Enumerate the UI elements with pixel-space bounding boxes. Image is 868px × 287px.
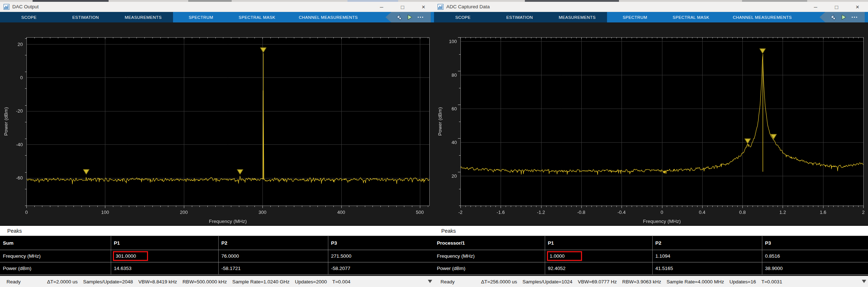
- peaks-source-header: Sum: [0, 236, 111, 250]
- frequency-p3-cell: 0.8516: [762, 250, 868, 262]
- frequency-p1-cell: 1.0000: [545, 250, 652, 262]
- close-button[interactable]: ✕: [413, 2, 434, 12]
- highlighted-value-box: 301.0000: [113, 251, 148, 261]
- titlebar: DAC Output ─ □ ✕: [0, 2, 434, 12]
- status-updates: Updates=16: [729, 279, 756, 284]
- peaks-power-row: Power (dBm) 92.4052 41.5165 38.9000: [434, 262, 868, 275]
- row-label: Power (dBm): [434, 262, 545, 275]
- status-vbw: VBW=8.8419 kHz: [138, 279, 177, 284]
- spectrum-analyzer-app-icon: [4, 4, 9, 10]
- status-delta-t: ΔT=2.0000 us: [47, 279, 77, 284]
- frequency-p2-cell: 76.0000: [218, 250, 328, 262]
- tab-spectral-mask[interactable]: SPECTRAL MASK: [663, 12, 719, 22]
- status-bar: Ready ΔT=2.0000 us Samples/Update=2048 V…: [0, 276, 434, 287]
- peaks-col-p1: P1: [111, 236, 218, 250]
- tab-estimation[interactable]: ESTIMATION: [492, 12, 547, 22]
- window-title: DAC Output: [12, 4, 39, 9]
- tab-measurements[interactable]: MEASUREMENTS: [113, 12, 173, 22]
- peaks-panel-header: Peaks: [0, 225, 434, 236]
- peaks-col-p2: P2: [218, 236, 328, 250]
- more-options-button[interactable]: [418, 17, 424, 18]
- row-label: Frequency (MHz): [434, 250, 545, 262]
- spectrum-plot-dac: [0, 22, 434, 225]
- tab-measurements[interactable]: MEASUREMENTS: [547, 12, 607, 22]
- maximize-button[interactable]: □: [392, 2, 413, 12]
- power-p3-cell: -58.2077: [328, 262, 434, 275]
- peaks-table: Sum P1 P2 P3 Frequency (MHz) 301.0000 76…: [0, 236, 434, 275]
- peak-indicator-icon[interactable]: [862, 280, 866, 283]
- spectrum-canvas-dac[interactable]: [0, 22, 434, 225]
- status-rbw: RBW=500.0000 kHz: [182, 279, 227, 284]
- tab-scope[interactable]: SCOPE: [0, 12, 58, 22]
- toolstrip: SCOPE ESTIMATION MEASUREMENTS SPECTRUM S…: [434, 12, 868, 22]
- status-state: Ready: [441, 279, 481, 284]
- highlighted-value-box: 1.0000: [547, 251, 582, 261]
- peaks-col-p3: P3: [762, 236, 868, 250]
- status-sample-rate: Sample Rate=4.0000 MHz: [667, 279, 724, 284]
- row-label: Power (dBm): [0, 262, 111, 275]
- row-label: Frequency (MHz): [0, 250, 111, 262]
- maximize-button[interactable]: □: [826, 2, 847, 12]
- status-time: T=0.004: [332, 279, 350, 284]
- peaks-table: Processor/1 P1 P2 P3 Frequency (MHz) 1.0…: [434, 236, 868, 275]
- frequency-p1-cell: 301.0000: [111, 250, 218, 262]
- window-adc-captured-data: ADC Captured Data ─ □ ✕ SCOPE ESTIMATION…: [434, 2, 868, 287]
- power-p2-cell: 41.5165: [652, 262, 762, 275]
- power-p1-cell: 92.4052: [545, 262, 652, 275]
- window-controls: ─ □ ✕: [371, 2, 434, 12]
- status-delta-t: ΔT=256.0000 us: [481, 279, 517, 284]
- peaks-col-p3: P3: [328, 236, 434, 250]
- peaks-source-header: Processor/1: [434, 236, 545, 250]
- titlebar: ADC Captured Data ─ □ ✕: [434, 2, 868, 12]
- peak-indicator-icon[interactable]: [428, 280, 432, 283]
- status-updates: Updates=2000: [295, 279, 327, 284]
- status-vbw: VBW=69.0777 Hz: [578, 279, 617, 284]
- tab-channel-measurements[interactable]: CHANNEL MEASUREMENTS: [719, 12, 805, 22]
- tab-spectrum[interactable]: SPECTRUM: [173, 12, 229, 22]
- power-p1-cell: 14.6353: [111, 262, 218, 275]
- status-time: T=0.0031: [761, 279, 782, 284]
- status-sample-rate: Sample Rate=1.0240 GHz: [232, 279, 290, 284]
- run-button[interactable]: [408, 14, 412, 20]
- spectrum-plot-adc: [434, 22, 868, 225]
- peaks-col-p2: P2: [652, 236, 762, 250]
- run-controls: [819, 12, 865, 22]
- peaks-panel-header: Peaks: [434, 225, 868, 236]
- peaks-frequency-row: Frequency (MHz) 1.0000 1.1094 0.8516: [434, 250, 868, 262]
- peaks-panel-title: Peaks: [7, 228, 22, 234]
- run-button[interactable]: [842, 14, 846, 20]
- power-p3-cell: 38.9000: [762, 262, 868, 275]
- step-back-settings-button[interactable]: [830, 14, 836, 20]
- window-controls: ─ □ ✕: [805, 2, 868, 12]
- window-dac-output: DAC Output ─ □ ✕ SCOPE ESTIMATION MEASUR…: [0, 2, 434, 287]
- run-controls: [385, 12, 431, 22]
- minimize-button[interactable]: ─: [371, 2, 392, 12]
- tab-scope[interactable]: SCOPE: [434, 12, 492, 22]
- status-rbw: RBW=3.9063 kHz: [622, 279, 661, 284]
- peaks-frequency-row: Frequency (MHz) 301.0000 76.0000 271.500…: [0, 250, 434, 262]
- toolstrip: SCOPE ESTIMATION MEASUREMENTS SPECTRUM S…: [0, 12, 434, 22]
- status-bar: Ready ΔT=256.0000 us Samples/Update=1024…: [434, 276, 868, 287]
- tab-estimation[interactable]: ESTIMATION: [58, 12, 113, 22]
- window-title: ADC Captured Data: [446, 4, 490, 9]
- peaks-col-p1: P1: [545, 236, 652, 250]
- status-samples-update: Samples/Update=1024: [522, 279, 572, 284]
- tab-spectrum[interactable]: SPECTRUM: [607, 12, 663, 22]
- more-options-button[interactable]: [852, 17, 858, 18]
- spectrum-canvas-adc[interactable]: [434, 22, 868, 225]
- status-samples-update: Samples/Update=2048: [83, 279, 133, 284]
- frequency-p3-cell: 271.5000: [328, 250, 434, 262]
- tab-spectral-mask[interactable]: SPECTRAL MASK: [229, 12, 285, 22]
- tab-channel-measurements[interactable]: CHANNEL MEASUREMENTS: [285, 12, 371, 22]
- minimize-button[interactable]: ─: [805, 2, 826, 12]
- peaks-panel-title: Peaks: [441, 228, 456, 234]
- status-state: Ready: [7, 279, 47, 284]
- close-button[interactable]: ✕: [847, 2, 868, 12]
- windows-row: DAC Output ─ □ ✕ SCOPE ESTIMATION MEASUR…: [0, 2, 868, 287]
- spectrum-analyzer-app-icon: [438, 4, 443, 10]
- step-back-settings-button[interactable]: [396, 14, 402, 20]
- peaks-power-row: Power (dBm) 14.6353 -58.1721 -58.2077: [0, 262, 434, 275]
- frequency-p2-cell: 1.1094: [652, 250, 762, 262]
- power-p2-cell: -58.1721: [218, 262, 328, 275]
